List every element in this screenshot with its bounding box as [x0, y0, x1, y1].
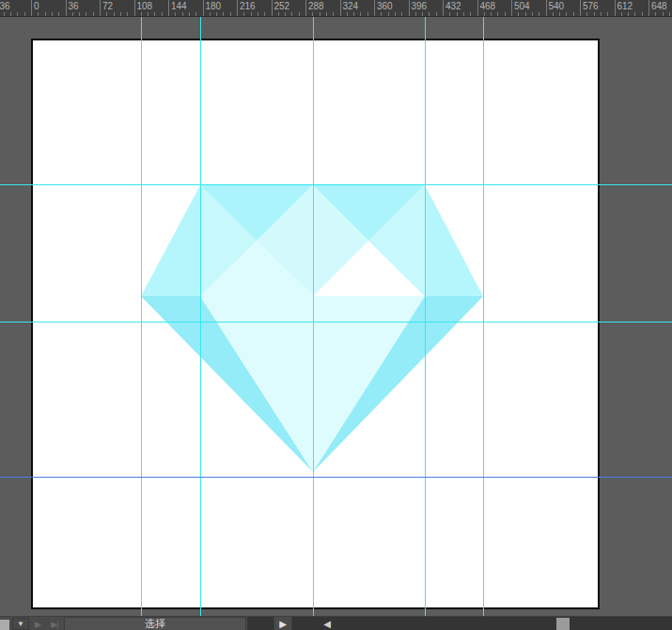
- ruler-minor-tick: [655, 12, 656, 16]
- step-forward-button[interactable]: ▶|: [46, 619, 63, 630]
- horizontal-guide-line-blue[interactable]: [0, 477, 672, 478]
- ruler-minor-tick: [586, 12, 587, 16]
- ruler-minor-tick: [463, 12, 464, 16]
- scroll-right-button[interactable]: ▶: [273, 617, 292, 630]
- ruler-label: 180: [206, 1, 222, 11]
- ruler-major-tick: [546, 0, 547, 16]
- vertical-guide-line[interactable]: [313, 17, 314, 616]
- step-forward-icon: ▶|: [51, 620, 57, 629]
- diamond-facet-crown-corner-left: [141, 185, 200, 296]
- ruler-major-tick: [305, 0, 306, 16]
- design-app-workspace: 3603672108144180216252288324360396432468…: [0, 0, 672, 630]
- diamond-artwork[interactable]: [0, 0, 672, 630]
- arrow-left-icon: ◀: [323, 620, 331, 629]
- ruler-minor-tick: [162, 12, 163, 16]
- ruler-minor-tick: [525, 12, 526, 16]
- ruler-minor-tick: [45, 12, 46, 16]
- ruler-minor-tick: [415, 12, 416, 16]
- ruler-minor-tick: [429, 12, 430, 16]
- ruler-minor-tick: [10, 12, 11, 16]
- scroll-left-button[interactable]: ◀: [320, 618, 335, 630]
- ruler-minor-tick: [312, 12, 313, 16]
- ruler-minor-tick: [17, 12, 18, 16]
- ruler-minor-tick: [291, 12, 292, 16]
- ruler-major-tick: [649, 0, 649, 16]
- scrollbar-thumb[interactable]: [556, 618, 570, 630]
- ruler-minor-tick: [189, 12, 190, 16]
- ruler-major-tick: [580, 0, 581, 16]
- ruler-minor-tick: [127, 12, 128, 16]
- ruler-label: 324: [343, 1, 359, 11]
- scrollbar-track[interactable]: [247, 617, 672, 630]
- ruler-minor-tick: [93, 12, 94, 16]
- ruler-minor-tick: [401, 12, 402, 16]
- ruler-label: 432: [445, 1, 461, 11]
- play-button[interactable]: ▶: [31, 619, 45, 630]
- ruler-minor-tick: [120, 12, 121, 16]
- ruler-label: 72: [102, 1, 113, 11]
- play-icon: ▶: [35, 620, 41, 629]
- ruler-minor-tick: [223, 12, 224, 16]
- vertical-guide-line[interactable]: [425, 17, 426, 616]
- ruler-minor-tick: [642, 12, 643, 16]
- selection-status-field[interactable]: 选择: [64, 617, 246, 630]
- dropdown-button[interactable]: ▼: [12, 618, 29, 630]
- ruler-minor-tick: [326, 12, 327, 16]
- ruler-minor-tick: [175, 12, 176, 16]
- arrow-right-icon: ▶: [279, 620, 287, 629]
- ruler-minor-tick: [230, 12, 231, 16]
- ruler-minor-tick: [669, 12, 670, 16]
- horizontal-guide-line[interactable]: [0, 184, 672, 185]
- ruler-minor-tick: [628, 12, 629, 16]
- ruler-minor-tick: [566, 12, 567, 16]
- ruler-minor-tick: [141, 12, 142, 16]
- ruler-minor-tick: [285, 12, 286, 16]
- ruler-label: 396: [412, 1, 428, 11]
- horizontal-ruler[interactable]: 3603672108144180216252288324360396432468…: [0, 0, 672, 17]
- ruler-major-tick: [237, 0, 238, 16]
- ruler-label: 360: [377, 1, 393, 11]
- ruler-minor-tick: [559, 12, 560, 16]
- ruler-label: 540: [549, 1, 565, 11]
- ruler-minor-tick: [436, 12, 437, 16]
- ruler-minor-tick: [52, 12, 53, 16]
- ruler-minor-tick: [470, 12, 471, 16]
- ruler-minor-tick: [148, 12, 148, 16]
- ruler-minor-tick: [195, 12, 196, 16]
- ruler-minor-tick: [594, 12, 595, 16]
- ruler-major-tick: [511, 0, 512, 16]
- ruler-minor-tick: [264, 12, 265, 16]
- ruler-minor-tick: [449, 12, 450, 16]
- ruler-minor-tick: [484, 12, 485, 16]
- ruler-minor-tick: [24, 12, 25, 16]
- ruler-minor-tick: [518, 12, 519, 16]
- ruler-minor-tick: [4, 12, 5, 16]
- ruler-minor-tick: [86, 12, 86, 16]
- ruler-minor-tick: [154, 12, 155, 16]
- horizontal-guide-line[interactable]: [0, 322, 672, 323]
- ruler-label: 504: [514, 1, 530, 11]
- vertical-guide-line[interactable]: [483, 17, 484, 616]
- ruler-major-tick: [134, 0, 135, 16]
- ruler-minor-tick: [607, 12, 608, 16]
- ruler-minor-tick: [333, 12, 334, 16]
- ruler-label: 612: [617, 1, 633, 11]
- ruler-minor-tick: [634, 12, 635, 16]
- ruler-minor-tick: [457, 12, 458, 16]
- ruler-minor-tick: [299, 12, 300, 16]
- vertical-guide-line[interactable]: [200, 17, 201, 616]
- ruler-minor-tick: [539, 12, 539, 16]
- ruler-minor-tick: [106, 12, 107, 16]
- ruler-minor-tick: [360, 12, 361, 16]
- vertical-guide-line[interactable]: [141, 17, 142, 616]
- ruler-minor-tick: [58, 12, 59, 16]
- ruler-label: 288: [308, 1, 324, 11]
- chevron-down-icon: ▼: [17, 621, 24, 628]
- ruler-minor-tick: [347, 12, 348, 16]
- diamond-facet-crown-corner-right: [425, 185, 483, 296]
- ruler-major-tick: [272, 0, 273, 16]
- ruler-label: 216: [240, 1, 256, 11]
- ruler-label: 648: [651, 1, 667, 11]
- ruler-label: 252: [274, 1, 290, 11]
- scrollbar-corner-button[interactable]: [0, 620, 9, 630]
